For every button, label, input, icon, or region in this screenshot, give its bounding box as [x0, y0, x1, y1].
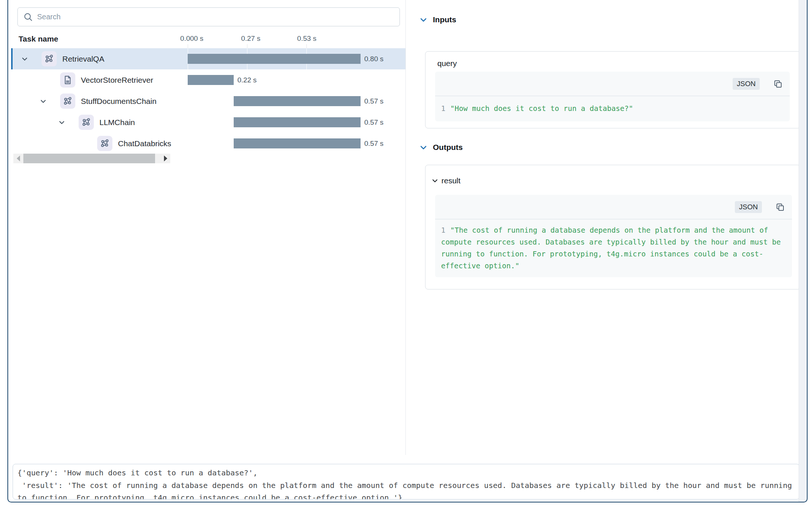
query-value: "How much does it cost to run a database…: [450, 104, 633, 113]
scroll-right-button[interactable]: [161, 154, 170, 163]
task-label: RetrievalQA: [62, 55, 104, 63]
scrollbar-thumb[interactable]: [23, 154, 155, 163]
tree-row[interactable]: RetrievalQA 0.80 s: [11, 48, 405, 69]
code-block-header: JSON: [435, 195, 792, 219]
chain-icon: [42, 51, 57, 66]
chevron-down-icon: [420, 145, 427, 150]
task-name-cell: StuffDocumentsChain: [11, 91, 174, 112]
tree-indent: [11, 59, 17, 59]
copy-icon: [773, 79, 783, 89]
task-label: LLMChain: [99, 118, 135, 127]
query-card: query JSON 1"How much does it cost to ru…: [425, 51, 801, 128]
duration-label: 0.80 s: [364, 55, 384, 63]
search-box[interactable]: [17, 7, 400, 26]
chevron-down-icon: [420, 18, 427, 22]
result-code-block: JSON 1"The cost of running a database de…: [435, 195, 792, 277]
duration-bar[interactable]: [234, 117, 361, 127]
task-name-cell: LLMChain: [11, 112, 174, 133]
scrollbar-track[interactable]: [23, 154, 161, 163]
task-label: ChatDatabricks: [118, 139, 171, 148]
timeline-axis-tick: 0.000 s: [180, 35, 203, 43]
duration-bar[interactable]: [188, 75, 234, 85]
document-icon: [60, 72, 75, 88]
query-field-label: query: [437, 59, 791, 68]
tree-row[interactable]: VectorStoreRetriever 0.22 s: [11, 69, 405, 91]
vertical-scrollbar-gutter[interactable]: [799, 0, 806, 502]
task-name-cell: VectorStoreRetriever: [11, 69, 174, 91]
line-number: 1: [441, 226, 446, 235]
task-name-header: Task name: [19, 35, 58, 43]
chain-icon: [60, 94, 75, 109]
outputs-title: Outputs: [433, 143, 463, 152]
search-icon: [23, 12, 33, 22]
expand-toggle[interactable]: [54, 121, 69, 124]
duration-label: 0.57 s: [364, 140, 384, 148]
copy-button[interactable]: [773, 79, 783, 89]
result-field-label: result: [441, 176, 460, 185]
json-format-button[interactable]: JSON: [735, 201, 762, 213]
expand-toggle[interactable]: [36, 99, 50, 103]
chain-icon: [79, 115, 94, 130]
chevron-down-icon: [432, 179, 438, 183]
timeline-gridline: [306, 44, 307, 48]
tree-row[interactable]: LLMChain 0.57 s: [11, 112, 405, 133]
duration-label: 0.57 s: [364, 118, 384, 127]
expand-chevron-icon[interactable]: [59, 121, 65, 124]
result-value: "The cost of running a database depends …: [441, 226, 785, 270]
expand-chevron-icon[interactable]: [40, 99, 46, 103]
task-rows: RetrievalQA 0.80 s VectorStoreRetriever …: [11, 48, 405, 154]
duration-bar[interactable]: [234, 138, 361, 148]
timeline-gridline: [188, 44, 188, 48]
copy-button[interactable]: [775, 202, 785, 212]
json-format-button[interactable]: JSON: [733, 78, 760, 90]
raw-output-box: {'query': 'How much does it cost to run …: [13, 464, 800, 499]
duration-label: 0.57 s: [364, 97, 384, 105]
search-input[interactable]: [37, 13, 394, 21]
grid-header: Task name 0.000 s0.27 s0.53 s: [11, 31, 405, 48]
h-scrollbar[interactable]: [13, 154, 170, 163]
task-name-cell: RetrievalQA: [11, 48, 174, 69]
copy-icon: [775, 202, 785, 212]
code-block-header: JSON: [435, 72, 790, 96]
inputs-section-toggle[interactable]: Inputs: [420, 15, 456, 24]
scroll-left-button[interactable]: [13, 154, 23, 163]
code-content: 1"How much does it cost to run a databas…: [435, 96, 790, 121]
code-content: 1"The cost of running a database depends…: [435, 219, 792, 277]
tree-row[interactable]: StuffDocumentsChain 0.57 s: [11, 91, 405, 112]
tree-indent: [11, 143, 73, 144]
line-number: 1: [441, 104, 446, 113]
result-toggle[interactable]: result: [432, 176, 791, 185]
scroll-left-arrow-icon: [17, 155, 20, 161]
outputs-section-toggle[interactable]: Outputs: [420, 143, 463, 152]
task-label: StuffDocumentsChain: [81, 97, 157, 106]
span-details-panel: Inputs query JSON 1"How much does it cos…: [406, 0, 799, 455]
task-label: VectorStoreRetriever: [81, 76, 153, 85]
result-card: result JSON 1"The cost of running a data…: [425, 165, 801, 289]
inputs-title: Inputs: [433, 15, 456, 24]
timeline-axis-tick: 0.27 s: [241, 35, 260, 43]
tree-indent: [11, 122, 54, 122]
expand-toggle[interactable]: [17, 57, 32, 61]
query-code-block: JSON 1"How much does it cost to run a da…: [435, 72, 790, 121]
task-name-cell: ChatDatabricks: [11, 133, 174, 154]
timeline-gridline: [247, 44, 247, 48]
timeline-axis-tick: 0.53 s: [297, 35, 316, 43]
expand-chevron-icon[interactable]: [22, 57, 27, 61]
tree-indent: [11, 101, 36, 101]
trace-timeline-panel: Task name 0.000 s0.27 s0.53 s RetrievalQ…: [11, 0, 406, 455]
duration-bar[interactable]: [188, 54, 361, 64]
scroll-right-arrow-icon: [164, 155, 167, 161]
duration-label: 0.22 s: [237, 76, 257, 84]
duration-bar[interactable]: [234, 96, 361, 106]
chain-icon: [97, 136, 112, 151]
tree-row[interactable]: ChatDatabricks 0.57 s: [11, 133, 405, 154]
tree-indent: [11, 80, 36, 80]
